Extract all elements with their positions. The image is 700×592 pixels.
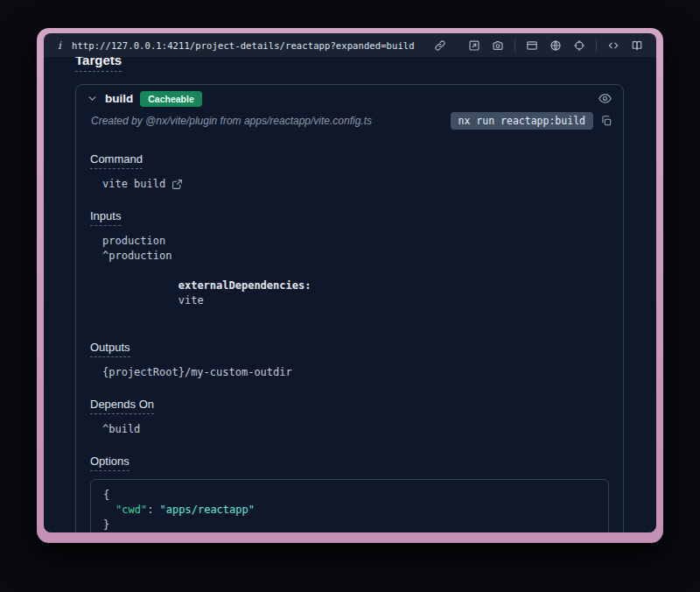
section-options: Options { "cwd": "apps/reactapp" } [90, 455, 609, 532]
json-line: { [103, 488, 596, 503]
json-value: "apps/reactapp" [160, 504, 255, 516]
globe-icon[interactable] [547, 37, 564, 54]
copy-icon[interactable] [600, 115, 612, 127]
external-link-icon[interactable] [172, 179, 183, 190]
target-card-build: build Cacheable Created by @nx/vite/plug… [75, 84, 624, 532]
options-code-block: { "cwd": "apps/reactapp" } [90, 479, 609, 532]
json-line: } [103, 518, 596, 532]
output-value: {projectRoot}/my-custom-outdir [102, 365, 609, 380]
url-text: http://127.0.0.1:4211/project-details/re… [72, 40, 415, 51]
crosshair-icon[interactable] [570, 37, 588, 54]
section-title: Depends On [90, 398, 154, 414]
json-key: "cwd" [116, 504, 147, 516]
link-icon[interactable] [431, 37, 449, 54]
browser-toolbar: i http://127.0.0.1:4211/project-details/… [44, 33, 656, 57]
json-line: "cwd": "apps/reactapp" [103, 503, 596, 518]
input-item: ^production [102, 249, 609, 264]
page-content: Targets build Cacheable [44, 57, 656, 532]
target-name: build [105, 92, 133, 105]
section-inputs: Inputs production ^production externalDe… [90, 209, 609, 323]
info-icon[interactable]: i [54, 39, 65, 52]
input-item: production [102, 234, 609, 249]
popout-icon[interactable] [466, 37, 483, 54]
code-icon[interactable] [605, 37, 622, 54]
toolbar-separator [514, 39, 515, 52]
section-outputs: Outputs {projectRoot}/my-custom-outdir [90, 341, 609, 380]
json-colon: : [147, 504, 159, 516]
window-icon[interactable] [523, 37, 541, 54]
created-by-text: Created by @nx/vite/plugin from apps/rea… [91, 115, 372, 127]
input-item: externalDependencies: vite [102, 264, 609, 323]
section-depends-on: Depends On ^build [90, 398, 609, 437]
toolbar-separator [596, 39, 597, 52]
target-subheader: Created by @nx/vite/plugin from apps/rea… [76, 110, 623, 140]
input-dep-value: vite [178, 294, 204, 307]
input-dep-key: externalDependencies: [178, 279, 312, 292]
camera-icon[interactable] [489, 37, 507, 54]
section-title: Options [90, 455, 130, 471]
depends-on-value: ^build [102, 422, 609, 437]
section-title: Command [90, 152, 143, 169]
section-title: Outputs [90, 341, 130, 357]
section-title: Inputs [90, 209, 121, 226]
command-row: vite build [102, 177, 609, 192]
target-details: Command vite build Inputs production [76, 140, 623, 532]
toolbar-actions [431, 37, 646, 54]
section-command: Command vite build [90, 152, 609, 192]
cacheable-badge: Cacheable [140, 91, 202, 107]
eye-icon[interactable] [598, 91, 612, 106]
browser-window: i http://127.0.0.1:4211/project-details/… [37, 28, 663, 543]
chevron-down-icon[interactable] [87, 93, 98, 104]
command-value: vite build [102, 177, 165, 192]
book-icon[interactable] [628, 37, 646, 54]
target-header-build[interactable]: build Cacheable [76, 85, 623, 110]
run-command-chip[interactable]: nx run reactapp:build [451, 112, 593, 130]
page-title: Targets [75, 57, 122, 72]
